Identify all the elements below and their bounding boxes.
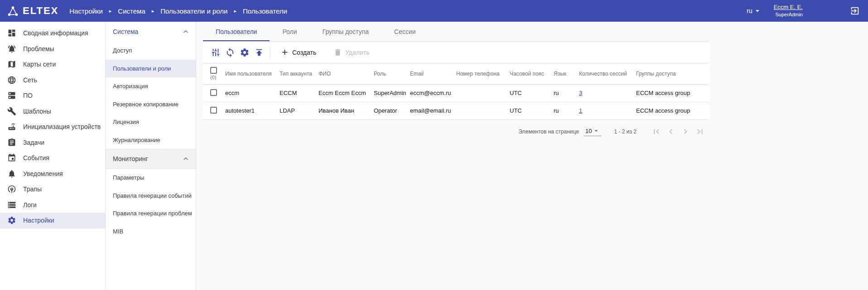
table-toolbar: Создать Удалить <box>203 42 709 63</box>
subnav-item-authorization[interactable]: Авторизация <box>106 77 196 95</box>
main-content: Пользователи Роли Группы доступа Сессии … <box>196 22 868 290</box>
cell-sessions: 3 <box>579 84 636 102</box>
paginator: Элементов на странице 10 1 - 2 из 2 <box>203 120 709 143</box>
sidebar-item-notifications[interactable]: Уведомления <box>0 166 105 182</box>
sidebar-item-traps[interactable]: Трапы <box>0 181 105 197</box>
sidebar-item-device-init[interactable]: Инициализация устройств <box>0 119 105 135</box>
toolbar-divider <box>270 47 270 58</box>
column-header-sessions[interactable]: Количество сессий <box>579 63 636 84</box>
sidebar-item-software[interactable]: ПО <box>0 88 105 104</box>
subnav-item-backup[interactable]: Резервное копирование <box>106 95 196 114</box>
cell-language: ru <box>554 102 579 119</box>
storage-icon <box>7 200 16 209</box>
tab-roles[interactable]: Роли <box>270 22 309 41</box>
create-button[interactable]: Создать <box>275 44 322 61</box>
user-menu[interactable]: Eccm E. E. SuperAdmin <box>774 4 803 18</box>
breadcrumb-separator-icon: ▸ <box>234 9 236 14</box>
next-page-button[interactable] <box>678 124 693 139</box>
logout-icon <box>850 6 860 16</box>
cell-access-groups: ECCM access group <box>636 84 709 102</box>
subnav-item-license[interactable]: Лицензия <box>106 113 196 131</box>
subnav-item-users-roles[interactable]: Пользователи и роли <box>106 60 196 78</box>
sessions-link[interactable]: 3 <box>579 90 582 96</box>
tab-users[interactable]: Пользователи <box>203 22 270 41</box>
row-checkbox[interactable] <box>210 89 217 96</box>
last-page-button[interactable] <box>693 124 707 139</box>
items-per-page-value: 10 <box>585 128 592 134</box>
logo-text: ELTEX <box>23 5 58 17</box>
cell-email: email@email.ru <box>410 102 456 119</box>
prev-page-button[interactable] <box>664 124 678 139</box>
column-header-email[interactable]: Email <box>410 63 456 84</box>
refresh-button[interactable] <box>223 45 237 60</box>
table-row[interactable]: eccm ECCM Eccm Eccm Eccm SuperAdmin eccm… <box>203 84 709 102</box>
calendar-icon <box>7 153 16 162</box>
language-selector[interactable]: ru <box>747 6 762 15</box>
tab-access-groups[interactable]: Группы доступа <box>310 22 381 41</box>
filter-button[interactable] <box>208 45 223 60</box>
column-header-account-type[interactable]: Тип аккаунта <box>280 63 318 84</box>
first-page-button[interactable] <box>649 124 664 139</box>
subnav-section-label: Система <box>113 28 138 35</box>
subnav-item-problem-rules[interactable]: Правила генерации проблем <box>106 204 196 223</box>
subnav-item-label: Параметры <box>113 174 144 181</box>
subnav-item-parameters[interactable]: Параметры <box>106 169 196 187</box>
subnav-section-monitoring[interactable]: Мониторинг <box>106 149 196 169</box>
column-header-access-groups[interactable]: Группы доступа <box>636 63 709 84</box>
subnav-item-access[interactable]: Доступ <box>106 42 196 60</box>
items-per-page-label: Элементов на странице <box>519 128 579 135</box>
sidebar-item-tasks[interactable]: Задачи <box>0 135 105 151</box>
language-value: ru <box>747 7 752 14</box>
sidebar-item-summary[interactable]: Сводная информация <box>0 25 105 41</box>
map-icon <box>7 60 16 69</box>
table-row[interactable]: autotester1 LDAP Иванов Иван Operator em… <box>203 102 709 119</box>
column-header-full-name[interactable]: ФИО <box>318 63 374 84</box>
subnav-section-system[interactable]: Система <box>106 22 196 42</box>
sidebar-item-templates[interactable]: Шаблоны <box>0 104 105 119</box>
row-checkbox[interactable] <box>210 107 217 114</box>
cell-access-groups: ECCM access group <box>636 102 709 119</box>
bell-icon <box>7 169 16 178</box>
subnav-item-mib[interactable]: MIB <box>106 223 196 241</box>
column-header-language[interactable]: Язык <box>554 63 579 84</box>
breadcrumb-item-settings[interactable]: Настройки <box>69 7 103 15</box>
first-page-icon <box>651 127 661 137</box>
sidebar-item-logs[interactable]: Логи <box>0 197 105 213</box>
select-all-checkbox[interactable] <box>210 67 217 74</box>
tab-sessions[interactable]: Сессии <box>381 22 429 41</box>
items-per-page-select[interactable]: 10 <box>583 127 601 136</box>
breadcrumb: Настройки ▸ Система ▸ Пользователи и рол… <box>69 7 287 15</box>
subnav-item-event-rules[interactable]: Правила генерации событий <box>106 187 196 205</box>
selected-count: (0) <box>210 75 216 80</box>
upload-icon <box>254 48 264 57</box>
dashboard-icon <box>7 29 16 38</box>
breadcrumb-item-users: Пользователи <box>243 7 287 15</box>
user-role: SuperAdmin <box>774 11 803 18</box>
assignment-icon <box>7 138 16 147</box>
cell-select <box>203 84 225 102</box>
table-settings-button[interactable] <box>237 45 252 60</box>
subnav-item-label: Лицензия <box>113 119 139 125</box>
upload-button[interactable] <box>252 45 266 60</box>
trash-icon <box>333 48 342 57</box>
subnav-item-logging[interactable]: Журналирование <box>106 131 196 149</box>
sidebar-item-events[interactable]: События <box>0 150 105 166</box>
sidebar-item-settings[interactable]: Настройки <box>0 213 105 228</box>
sidebar-item-label: События <box>23 154 49 162</box>
delete-button[interactable]: Удалить <box>328 44 375 61</box>
eltex-logo[interactable]: ELTEX <box>0 5 61 17</box>
sessions-link[interactable]: 1 <box>579 107 582 114</box>
breadcrumb-item-users-roles[interactable]: Пользователи и роли <box>160 7 227 15</box>
sidebar-item-label: Шаблоны <box>23 108 51 115</box>
column-header-role[interactable]: Роль <box>374 63 410 84</box>
sidebar-item-network-maps[interactable]: Карты сети <box>0 57 105 72</box>
breadcrumb-item-system[interactable]: Система <box>118 7 145 15</box>
sidebar-item-label: Логи <box>23 201 37 209</box>
logout-button[interactable] <box>850 6 860 16</box>
column-header-phone[interactable]: Номер телефона <box>456 63 510 84</box>
sidebar-item-problems[interactable]: Проблемы <box>0 41 105 57</box>
column-header-timezone[interactable]: Часовой пояс <box>510 63 554 84</box>
podcasts-icon <box>7 185 16 194</box>
column-header-name[interactable]: Имя пользователя <box>225 63 280 84</box>
sidebar-item-network[interactable]: Сеть <box>0 72 105 88</box>
